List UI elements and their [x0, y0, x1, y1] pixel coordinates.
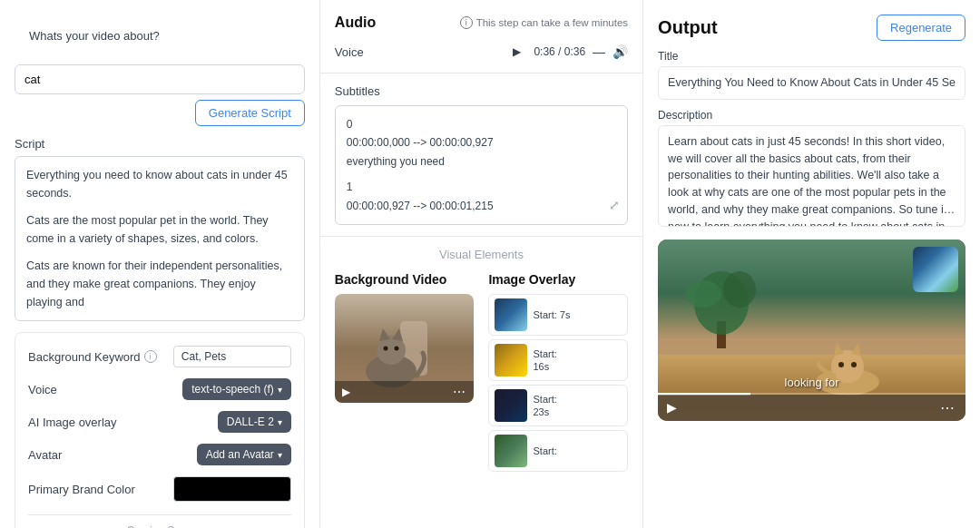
- overlay-col: Image Overlay Start: 7s Start:16s Start:…: [488, 272, 628, 472]
- chevron-down-icon: [278, 416, 282, 428]
- audio-controls: ▶ 0:36 / 0:36 — 🔊: [506, 42, 628, 62]
- speaker-icon[interactable]: 🔊: [612, 44, 628, 59]
- minus-icon[interactable]: —: [593, 44, 605, 59]
- audio-title: Audio: [335, 15, 376, 31]
- overlay-item-3[interactable]: Start:23s: [488, 385, 628, 426]
- svg-point-15: [838, 362, 844, 367]
- overlay-preview-image: [913, 247, 958, 292]
- avatar-dropdown[interactable]: Add an Avatar: [197, 444, 291, 465]
- visual-elements-title: Visual Elements: [335, 248, 628, 261]
- middle-panel: Audio i This step can take a few minutes…: [320, 0, 643, 528]
- description-value: Learn about cats in just 45 seconds! In …: [658, 125, 965, 227]
- svg-marker-13: [834, 343, 844, 356]
- voice-row-label: Voice: [335, 45, 364, 59]
- overlay-list: Start: 7s Start:16s Start:23s Start:: [488, 294, 628, 472]
- overlay-thumb-2: [495, 344, 527, 376]
- overlay-title: Image Overlay: [488, 272, 628, 287]
- svg-point-16: [851, 362, 857, 367]
- subtitle-entry-1: 1 00:00:00,927 --> 00:00:01,215: [347, 178, 616, 215]
- overlay-thumb-1: [495, 298, 527, 331]
- subtitles-box[interactable]: 0 00:00:00,000 --> 00:00:00,927 everythi…: [335, 105, 628, 225]
- overlay-item-4[interactable]: Start:: [488, 430, 628, 472]
- bg-keyword-input[interactable]: [173, 346, 291, 367]
- cat-svg: [350, 303, 459, 394]
- voice-label: Voice: [28, 383, 57, 396]
- time-display: 0:36 / 0:36: [534, 45, 585, 58]
- chevron-down-icon: [278, 448, 282, 461]
- title-value: Everything You Need to Know About Cats i…: [658, 66, 965, 100]
- script-label: Script: [15, 137, 305, 151]
- bg-video-col: Background Video: [335, 272, 475, 472]
- regenerate-button[interactable]: Regenerate: [877, 15, 965, 41]
- video-preview: looking for ▶ ⋯: [658, 240, 965, 421]
- script-para-1: Everything you need to know about cats i…: [26, 166, 293, 202]
- info-circle-icon: i: [460, 16, 473, 29]
- brand-color-row: Primary Brand Color: [28, 476, 291, 502]
- ai-overlay-label: AI Image overlay: [28, 416, 117, 429]
- output-header: Output Regenerate: [658, 15, 965, 41]
- svg-point-9: [685, 280, 721, 308]
- chevron-down-icon: [278, 383, 282, 396]
- video-controls-bar: ▶ ⋯: [335, 381, 475, 403]
- title-label: Title: [658, 50, 965, 63]
- title-section: Title Everything You Need to Know About …: [658, 50, 965, 100]
- left-panel: Whats your video about? Generate Script …: [0, 0, 320, 528]
- description-label: Description: [658, 109, 965, 122]
- avatar-row: Avatar Add an Avatar: [28, 444, 291, 465]
- ai-overlay-row: AI Image overlay DALL-E 2: [28, 411, 291, 433]
- audio-section: Audio i This step can take a few minutes…: [320, 0, 642, 73]
- plant-svg: [685, 240, 758, 348]
- bg-video-play-button[interactable]: ▶: [342, 386, 350, 398]
- voice-controls-row: Voice ▶ 0:36 / 0:36 — 🔊: [335, 42, 628, 62]
- expand-icon[interactable]: ⤢: [609, 195, 620, 217]
- visual-columns: Background Video: [335, 272, 628, 472]
- overlay-start-4: Start:: [533, 445, 556, 457]
- subtitles-section: Subtitles 0 00:00:00,000 --> 00:00:00,92…: [320, 73, 642, 237]
- overlay-start-3: Start:23s: [533, 393, 556, 419]
- bg-keyword-row: Background Keyword i: [28, 346, 291, 367]
- overlay-item-2[interactable]: Start:16s: [488, 339, 628, 381]
- overlay-thumb-4: [495, 435, 527, 467]
- audio-play-button[interactable]: ▶: [506, 42, 526, 62]
- bg-video-preview: ▶ ⋯: [335, 294, 475, 403]
- output-title: Output: [658, 17, 718, 38]
- preview-overlay-text: looking for: [785, 376, 839, 389]
- svg-point-10: [723, 271, 756, 308]
- script-section: Script Everything you need to know about…: [15, 137, 305, 321]
- ai-overlay-dropdown[interactable]: DALL-E 2: [218, 411, 291, 433]
- overlay-thumb-3: [495, 389, 527, 422]
- generate-script-button[interactable]: Generate Script: [195, 100, 305, 126]
- script-box[interactable]: Everything you need to know about cats i…: [15, 156, 305, 321]
- preview-play-button[interactable]: ▶: [667, 400, 677, 415]
- visual-elements-section: Visual Elements Background Video: [320, 237, 642, 483]
- svg-point-5: [383, 346, 387, 350]
- description-section: Description Learn about cats in just 45 …: [658, 109, 965, 227]
- voice-row: Voice text-to-speech (f): [28, 378, 291, 400]
- svg-point-6: [394, 346, 398, 350]
- topic-section: Whats your video about? Generate Script: [15, 15, 305, 126]
- right-panel: Output Regenerate Title Everything You N…: [643, 0, 980, 528]
- subtitle-entry-0: 0 00:00:00,000 --> 00:00:00,927 everythi…: [347, 115, 616, 171]
- svg-marker-14: [851, 343, 861, 356]
- script-para-3: Cats are known for their independent per…: [26, 257, 293, 311]
- bg-keyword-label: Background Keyword i: [28, 350, 157, 364]
- bg-keyword-info-icon: i: [144, 350, 157, 363]
- brand-color-label: Primary Brand Color: [28, 483, 135, 496]
- audio-header: Audio i This step can take a few minutes: [335, 15, 628, 31]
- topic-label: Whats your video about?: [15, 15, 320, 57]
- overlay-start-1: Start: 7s: [533, 308, 570, 321]
- voice-dropdown[interactable]: text-to-speech (f): [182, 378, 291, 400]
- overlay-start-2: Start:16s: [533, 347, 556, 374]
- bg-video-options-button[interactable]: ⋯: [453, 385, 466, 399]
- subtitles-label: Subtitles: [335, 84, 628, 98]
- coming-soon-label: Coming Soon: [28, 514, 291, 528]
- step-note: i This step can take a few minutes: [460, 16, 628, 29]
- overlay-item-1[interactable]: Start: 7s: [488, 294, 628, 336]
- svg-marker-3: [379, 328, 390, 341]
- topic-input[interactable]: [15, 64, 305, 94]
- preview-options-button[interactable]: ⋯: [940, 399, 956, 416]
- preview-background: looking for: [658, 240, 965, 421]
- avatar-label: Avatar: [28, 448, 62, 462]
- brand-color-swatch[interactable]: [173, 476, 291, 502]
- settings-section: Background Keyword i Voice text-to-speec…: [15, 332, 305, 528]
